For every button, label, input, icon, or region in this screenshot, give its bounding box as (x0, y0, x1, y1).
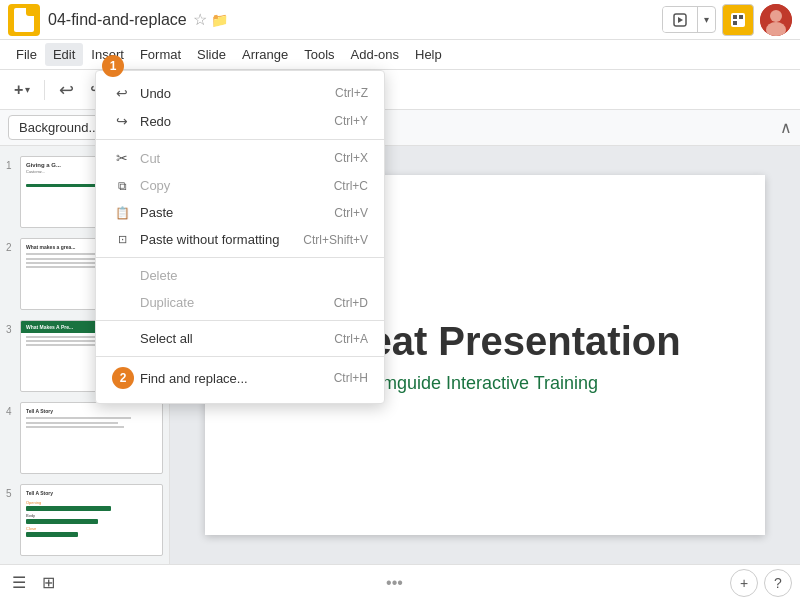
slide-item-5[interactable]: 5 Tell A Story Opening Body Close (4, 482, 165, 558)
duplicate-label: Duplicate (140, 295, 326, 310)
slide-subtitle: omguide Interactive Training (372, 373, 598, 394)
slide-position-dots: ••• (67, 574, 722, 592)
menu-help[interactable]: Help (407, 43, 450, 66)
svg-rect-5 (733, 21, 737, 25)
slide-num-1: 1 (6, 160, 20, 171)
add-btn[interactable]: + (730, 569, 758, 597)
redo-item[interactable]: ↪ Redo Ctrl+Y (96, 107, 384, 135)
undo-shortcut: Ctrl+Z (335, 86, 368, 100)
slide-num-5: 5 (6, 488, 20, 499)
undo-icon: ↩ (112, 85, 132, 101)
menu-section-select: Select all Ctrl+A (96, 321, 384, 357)
select-all-shortcut: Ctrl+A (334, 332, 368, 346)
slide-num-2: 2 (6, 242, 20, 253)
svg-rect-4 (739, 15, 743, 19)
present-button[interactable]: ▾ (662, 6, 716, 34)
undo-btn[interactable]: ↩ (53, 75, 80, 105)
title-bar: 04-find-and-replace ☆ 📁 ▾ (0, 0, 800, 40)
paste-shortcut: Ctrl+V (334, 206, 368, 220)
badge-1: 1 (102, 55, 124, 77)
slide-thumb-4[interactable]: Tell A Story (20, 402, 163, 474)
cut-shortcut: Ctrl+X (334, 151, 368, 165)
edit-menu-dropdown: 1 ↩ Undo Ctrl+Z ↪ Redo Ctrl+Y ✂ Cut Ctrl… (95, 70, 385, 404)
undo-label: Undo (140, 86, 327, 101)
slide-thumb-5[interactable]: Tell A Story Opening Body Close (20, 484, 163, 556)
app-icon (8, 4, 40, 36)
delete-label: Delete (140, 268, 360, 283)
toolbar-special-btn[interactable] (722, 4, 754, 36)
present-main-btn[interactable] (663, 7, 698, 33)
cut-icon: ✂ (112, 150, 132, 166)
redo-label: Redo (140, 114, 326, 129)
copy-item: ⧉ Copy Ctrl+C (96, 172, 384, 199)
add-slide-btn[interactable]: + ▾ (8, 77, 36, 103)
find-replace-shortcut: Ctrl+H (334, 371, 368, 385)
svg-rect-3 (733, 15, 737, 19)
undo-item[interactable]: ↩ Undo Ctrl+Z (96, 79, 384, 107)
bottom-bar: ☰ ⊞ ••• + ? (0, 564, 800, 600)
paste-no-format-shortcut: Ctrl+Shift+V (303, 233, 368, 247)
select-all-label: Select all (140, 331, 326, 346)
chevron-down-icon: ▾ (25, 84, 30, 95)
find-replace-label: Find and replace... (140, 371, 326, 386)
menu-edit[interactable]: Edit (45, 43, 83, 66)
redo-shortcut: Ctrl+Y (334, 114, 368, 128)
svg-point-7 (770, 10, 782, 22)
present-arrow-btn[interactable]: ▾ (698, 9, 715, 30)
title-left: 04-find-and-replace ☆ 📁 (8, 4, 662, 36)
doc-title[interactable]: 04-find-and-replace (48, 11, 187, 29)
copy-label: Copy (140, 178, 326, 193)
duplicate-item: Duplicate Ctrl+D (96, 289, 384, 316)
help-btn[interactable]: ? (764, 569, 792, 597)
slide-num-3: 3 (6, 324, 20, 335)
menu-section-delete: Delete Duplicate Ctrl+D (96, 258, 384, 321)
menu-section-clipboard: ✂ Cut Ctrl+X ⧉ Copy Ctrl+C 📋 Paste Ctrl+… (96, 140, 384, 258)
menu-slide[interactable]: Slide (189, 43, 234, 66)
cut-label: Cut (140, 151, 326, 166)
toolbar-divider-1 (44, 80, 45, 100)
plus-icon: + (14, 81, 23, 99)
select-all-item[interactable]: Select all Ctrl+A (96, 325, 384, 352)
avatar[interactable] (760, 4, 792, 36)
menu-file[interactable]: File (8, 43, 45, 66)
redo-icon: ↪ (112, 113, 132, 129)
slide-item-4[interactable]: 4 Tell A Story (4, 400, 165, 476)
paste-icon: 📋 (112, 206, 132, 220)
cut-item: ✂ Cut Ctrl+X (96, 144, 384, 172)
menu-section-findreplace: 2 Find and replace... Ctrl+H (96, 357, 384, 399)
bottom-right: + ? (730, 569, 792, 597)
menu-format[interactable]: Format (132, 43, 189, 66)
title-right: ▾ (662, 4, 792, 36)
paste-no-format-label: Paste without formatting (140, 232, 295, 247)
paste-no-format-icon: ⊡ (112, 233, 132, 246)
paste-no-format-item[interactable]: ⊡ Paste without formatting Ctrl+Shift+V (96, 226, 384, 253)
copy-icon: ⧉ (112, 179, 132, 193)
slide-num-4: 4 (6, 406, 20, 417)
star-icon[interactable]: ☆ (193, 10, 207, 29)
menu-addons[interactable]: Add-ons (343, 43, 407, 66)
paste-label: Paste (140, 205, 326, 220)
badge-2: 2 (112, 367, 134, 389)
menu-section-undoredo: ↩ Undo Ctrl+Z ↪ Redo Ctrl+Y (96, 75, 384, 140)
menu-tools[interactable]: Tools (296, 43, 342, 66)
find-replace-item[interactable]: 2 Find and replace... Ctrl+H (96, 361, 384, 395)
paste-item[interactable]: 📋 Paste Ctrl+V (96, 199, 384, 226)
collapse-toolbar-btn[interactable]: ∧ (780, 118, 792, 137)
duplicate-shortcut: Ctrl+D (334, 296, 368, 310)
folder-icon[interactable]: 📁 (211, 12, 228, 28)
delete-item: Delete (96, 262, 384, 289)
menu-arrange[interactable]: Arrange (234, 43, 296, 66)
app-icon-shape (14, 8, 34, 32)
copy-shortcut: Ctrl+C (334, 179, 368, 193)
grid-view-btn[interactable]: ⊞ (38, 569, 59, 596)
list-view-btn[interactable]: ☰ (8, 569, 30, 596)
svg-marker-1 (678, 17, 683, 23)
